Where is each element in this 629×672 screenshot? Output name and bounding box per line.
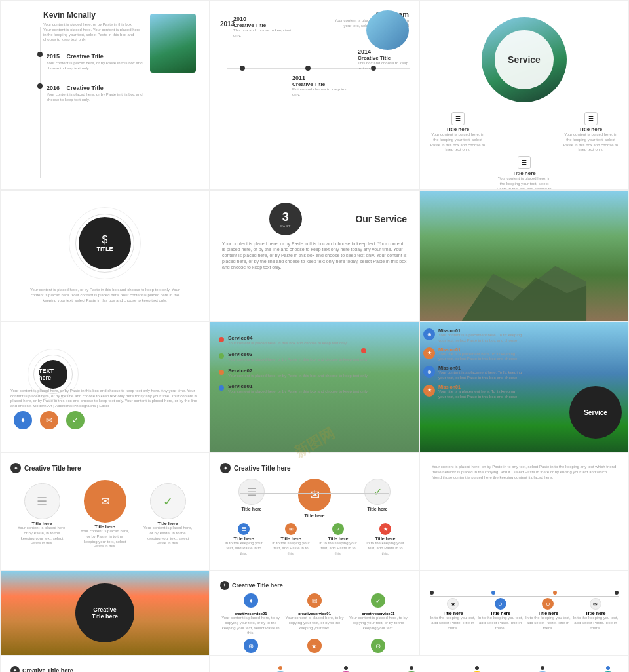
icon-item-2: ✓ creativeservice01 Your content is plac…	[348, 593, 409, 636]
entry-2014: 2014 Creative Title This box and choose …	[358, 49, 410, 71]
person-5: Kevin Mcnally Your content is placed her…	[510, 666, 575, 672]
title-left-cell: $ TITLE Your content is placed here, or …	[0, 190, 210, 321]
our-service-cell: 3 PART Our Service Your content is place…	[210, 190, 419, 321]
service-item-3: Service03 Your content is placed here, o…	[214, 351, 373, 363]
dark-circle: ✉	[84, 480, 126, 523]
circle-2: ✉ Title here Your content is placed here…	[81, 480, 130, 549]
text-here-label: TEXT here	[39, 368, 67, 381]
dollar-icon: $	[102, 234, 108, 246]
main-description: Your content is placed here, or by Paste…	[10, 389, 200, 409]
service-item-4: Service04 Your content is placed here, i…	[214, 335, 373, 346]
person-6: Kevin Mcnally Your content is placed her…	[575, 666, 629, 672]
mission-items: ⊕ Mission01 Your content is a placement …	[423, 328, 528, 403]
team-photo	[366, 10, 409, 50]
icon-green: ✓	[66, 411, 85, 432]
timeline-dots-item-2: ⊙ Title here In to the keeping you text,…	[478, 598, 524, 631]
mountain-svg	[420, 243, 628, 321]
service-title-item-2: ☰ Title here Your content is placed here…	[563, 112, 619, 153]
icon-item-1: ✉ creativeservice01 Your content is plac…	[284, 593, 345, 636]
service-photo-cell: Service ⊕ Mission01 Your content is a pl…	[419, 321, 629, 452]
timeline-dots-item-4: ✉ Title here In to the keeping you text,…	[573, 598, 619, 631]
mission-4: ★ Mission01 Your title is a placement he…	[423, 385, 528, 400]
timeline-left-cell: Kevin Mcnally Your content is placed her…	[0, 0, 210, 190]
bottom-item-4: ★ Title here In to the keeping your text…	[364, 523, 407, 556]
outline-circle-3: ✓	[150, 483, 186, 519]
bridge-cell: CreativeTitle here	[0, 570, 210, 656]
timeline-entry-2016: 2016 Creative Title Your content is plac…	[7, 81, 202, 103]
timeline-dot	[37, 52, 43, 57]
service-label: Service	[508, 54, 541, 65]
outline-circle-1: ☰	[24, 483, 60, 519]
creative-title-1: Creative Title here	[24, 465, 81, 472]
bottom-item-1: ☰ Title here In to the keeping your text…	[223, 523, 265, 556]
bottom-text: Your content is placed here, on by Paste…	[432, 465, 617, 480]
service-overlay-circle: Service	[569, 386, 622, 439]
connector-circle-3: ✓ Title here	[353, 479, 402, 511]
circles-row-left: ☰ Title here Your content is placed here…	[10, 480, 199, 549]
person-1: Kevin Mcnally Your content is placed her…	[248, 666, 313, 672]
service-overlay-label: Service	[584, 409, 607, 416]
timeline-mid-cell: Our Team Your content is placed here, in…	[210, 0, 419, 190]
num-3: 3	[282, 210, 289, 224]
service-right-cell: Service ☰ Title here Your content is pla…	[419, 0, 629, 190]
icon-item-4: ★ creativeservice01 Your content is plac…	[284, 639, 345, 656]
icons-mid-title: Creative Title here	[232, 582, 283, 589]
icon-blue: ✦	[14, 411, 32, 432]
mission-1: ⊕ Mission01 Your content is a placement …	[423, 328, 528, 344]
person-2: Kevin Mcnally Your content is placed her…	[313, 666, 379, 672]
timeline-dots-item-3: ⊕ Title here In to the keeping you text,…	[525, 598, 571, 631]
icons-6x-title: Creative Title here	[22, 667, 73, 672]
entry-text: Your content is placed here, or by Paste…	[47, 92, 151, 103]
title-label: TITLE	[97, 246, 113, 252]
entry-text: Your content is placed here, or by Paste…	[47, 61, 151, 71]
bottom-item-2: ✉ Title here In to the keeping your text…	[270, 523, 313, 556]
entry-title: Creative Title	[66, 85, 103, 91]
icon-orange: ✉	[40, 411, 58, 432]
main-grid: 新图网 Kevin Mcnally Your content is placed…	[0, 0, 629, 672]
our-service-title: Our Service	[355, 214, 407, 224]
icon-item-0: ✦ creativeservice01 Your content is plac…	[220, 593, 281, 636]
creative-right-cell: Your content is placed here, on by Paste…	[419, 452, 629, 570]
creative-medium-circle: CreativeTitle here	[75, 583, 134, 642]
person-3: Kevin Mcnally Your content is placed her…	[379, 666, 444, 672]
creative-title-2: Creative Title here	[234, 465, 291, 472]
year-label: 2015	[47, 53, 60, 60]
year-label: 2016	[47, 85, 60, 91]
timeline-entry-2015: 2015 Creative Title Your content is plac…	[7, 49, 202, 71]
our-service-text: Your content is placed here, or by Paste…	[222, 241, 407, 270]
mountain-photo-cell	[419, 190, 629, 321]
service-item-1: Service01 Your content is placed here, o…	[214, 384, 373, 395]
timeline-dots-cell: ★ Title here In to the keeping you text,…	[419, 570, 629, 656]
person-text: Your content is placed here, or by Paste…	[43, 22, 142, 43]
entry-2010: 2010 Creative Title This box and choose …	[233, 16, 292, 39]
creative-left-cell: ✦ Creative Title here ☰ Title here Your …	[0, 452, 210, 570]
service-list-cell: Service04 Your content is placed here, i…	[210, 321, 419, 452]
timeline-dot	[37, 83, 43, 89]
icon-item-5: ⊙ creativeservice01 Your content is plac…	[348, 639, 409, 656]
connector-circle-1: ☰ Title here	[227, 479, 276, 511]
timeline-dots-item-1: ★ Title here In to the keeping you text,…	[430, 598, 476, 631]
creative-mid-cell: ✦ Creative Title here ☰ Title here ✉ Tit…	[210, 452, 419, 570]
service-title-item-1: ☰ Title here Your content is placed here…	[430, 112, 486, 153]
mission-3: ⊕ Mission01 Your content is a placement …	[423, 366, 528, 381]
icons-mid-cell: ✦ Creative Title here ✦ creativeservice0…	[210, 570, 419, 656]
circle-1: ☰ Title here Your content is placed here…	[18, 483, 67, 546]
creative-circle-text: CreativeTitle here	[92, 606, 118, 620]
bottom-item-3: ✓ Title here In to the keeping your text…	[317, 523, 360, 556]
title-big-circle: $ TITLE	[79, 217, 131, 269]
mission-2: ★ Mission01 Your title is a placement he…	[423, 347, 528, 363]
icons-6x-cell: ✦ Creative Title here ✦ creativeservice0…	[0, 656, 210, 672]
text-here-cell: TEXT here ✦ ✉ ✓ Your content is placed h…	[0, 321, 210, 452]
service-item-2: Service02 Your content is placed here, o…	[214, 368, 373, 379]
connector-circle-2: ✉ Title here	[290, 479, 339, 518]
year-2013: 2013	[220, 20, 235, 28]
circle-3: ✓ Title here Your content is placed here…	[143, 483, 193, 546]
left-description: Your content is placed here, or by Paste…	[26, 288, 183, 303]
num-circle: 3 PART	[269, 203, 302, 235]
part-label: PART	[280, 224, 290, 228]
people-row-cell: CREATIVE TILE HERE Kevin Mcnally Your co…	[210, 656, 629, 672]
entry-2011: 2011 Creative Title Picture and choose t…	[292, 75, 351, 98]
icons-grid: ✦ creativeservice01 Your content is plac…	[220, 593, 409, 656]
person-4: Kevin Mcnally Your content is placed her…	[444, 666, 510, 672]
entry-title: Creative Title	[66, 53, 103, 60]
